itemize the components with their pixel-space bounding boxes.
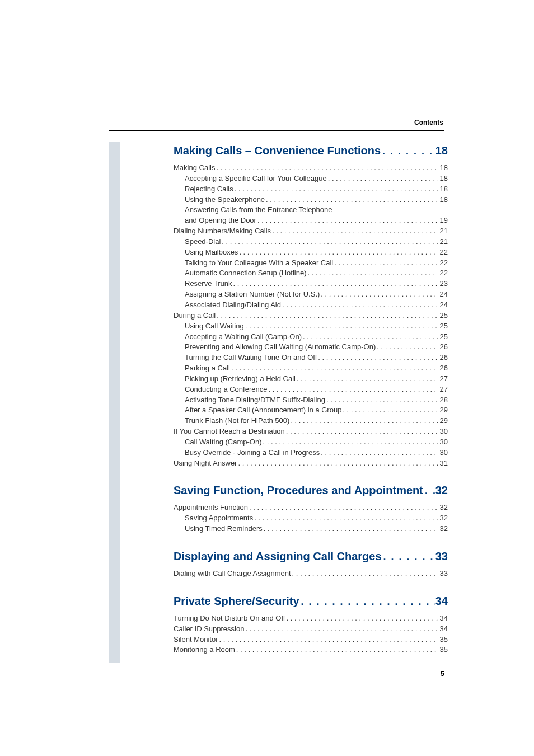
toc-entry-label: Answering Calls from the Entrance Teleph… <box>185 205 332 215</box>
leader-dots <box>244 321 438 332</box>
leader-dots <box>218 635 437 645</box>
toc-entry[interactable]: Assigning a Station Number (Not for U.S.… <box>174 289 448 300</box>
toc-entry[interactable]: Conducting a Conference27 <box>174 384 448 395</box>
leader-dots <box>302 332 437 342</box>
toc-entry-label: Silent Monitor <box>174 635 218 645</box>
section-title[interactable]: Private Sphere/Security 34 <box>174 595 448 608</box>
toc-entry[interactable]: Preventing and Allowing Call Waiting (Au… <box>174 342 448 353</box>
toc-entry-label: Rejecting Calls <box>185 184 233 195</box>
toc-entry-label: Using Mailboxes <box>185 247 238 258</box>
toc-entry-label: Associated Dialing/Dialing Aid <box>185 300 281 311</box>
toc-entry[interactable]: After a Speaker Call (Announcement) in a… <box>174 405 448 416</box>
toc-entry-label: Conducting a Conference <box>185 384 267 395</box>
toc-entry[interactable]: Talking to Your Colleague With a Speaker… <box>174 258 448 269</box>
toc-entry-label: Activating Tone Dialing/DTMF Suffix-Dial… <box>185 395 325 406</box>
leader-dots <box>237 458 437 469</box>
toc-entry-page: 32 <box>438 513 448 524</box>
toc-entry-label: Making Calls <box>174 163 215 173</box>
leader-dots <box>381 145 435 157</box>
leader-dots <box>281 300 438 311</box>
toc-entry[interactable]: Monitoring a Room35 <box>174 645 448 655</box>
toc-entry-page: 32 <box>438 503 448 513</box>
leader-dots <box>267 384 437 395</box>
toc-entry[interactable]: Saving Appointments32 <box>174 513 448 524</box>
toc-entry[interactable]: Accepting a Specific Call for Your Colle… <box>174 173 448 184</box>
leader-dots <box>307 268 438 279</box>
toc-entry[interactable]: Activating Tone Dialing/DTMF Suffix-Dial… <box>174 395 448 406</box>
section-title[interactable]: Saving Function, Procedures and Appointm… <box>174 484 448 497</box>
toc-entry[interactable]: Silent Monitor35 <box>174 635 448 645</box>
toc-entry[interactable]: Using Night Answer31 <box>174 458 448 469</box>
leader-dots <box>235 645 438 655</box>
toc-entry[interactable]: If You Cannot Reach a Destination30 <box>174 426 448 437</box>
section-entries: Making Calls18Accepting a Specific Call … <box>174 163 448 468</box>
toc-entry[interactable]: Parking a Call26 <box>174 363 448 374</box>
toc-entry-label: Caller ID Suppression <box>174 624 244 635</box>
leader-dots <box>299 596 435 608</box>
toc-entry[interactable]: Accepting a Waiting Call (Camp-On)25 <box>174 332 448 342</box>
toc-entry[interactable]: Using Timed Reminders32 <box>174 524 448 534</box>
leader-dots <box>215 163 437 173</box>
toc-entry-page: 29 <box>438 416 448 426</box>
toc-entry-label: Accepting a Waiting Call (Camp-On) <box>185 332 302 342</box>
toc-entry-label: Automatic Connection Setup (Hotline) <box>185 268 307 279</box>
leader-dots <box>233 184 438 195</box>
toc-entry[interactable]: and Opening the Door19 <box>174 215 448 226</box>
toc-entry-label: Using the Speakerphone <box>185 195 265 205</box>
leader-dots <box>244 624 437 635</box>
toc-entry[interactable]: Associated Dialing/Dialing Aid24 <box>174 300 448 311</box>
toc-entry[interactable]: Dialing with Call Charge Assignment33 <box>174 569 448 579</box>
leader-dots <box>285 613 437 624</box>
toc-entry[interactable]: Trunk Flash (Not for HiPath 500)29 <box>174 416 448 426</box>
toc-entry-page: 27 <box>438 374 448 384</box>
toc-entry[interactable]: Answering Calls from the Entrance Teleph… <box>174 205 448 215</box>
toc-entry-label: Monitoring a Room <box>174 645 235 655</box>
toc-entry[interactable]: Using Call Waiting25 <box>174 321 448 332</box>
toc-entry[interactable]: Rejecting Calls18 <box>174 184 448 195</box>
toc-entry[interactable]: Using the Speakerphone18 <box>174 195 448 205</box>
toc-entry-label: Trunk Flash (Not for HiPath 500) <box>185 416 289 426</box>
section-title[interactable]: Making Calls – Convenience Functions 18 <box>174 144 448 157</box>
toc-entry[interactable]: Turning the Call Waiting Tone On and Off… <box>174 353 448 363</box>
section-title[interactable]: Displaying and Assigning Call Charges 33 <box>174 550 448 563</box>
toc-entry-page: 32 <box>438 524 448 534</box>
toc-entry-label: Turning Do Not Disturb On and Off <box>174 613 285 624</box>
toc-entry-label: Saving Appointments <box>185 513 253 524</box>
toc-entry-page: 27 <box>438 384 448 395</box>
toc-entry-label: Reserve Trunk <box>185 279 232 289</box>
toc-entry-label: If You Cannot Reach a Destination <box>174 426 285 437</box>
toc-entry-label: Speed-Dial <box>185 237 221 247</box>
toc-entry[interactable]: Making Calls18 <box>174 163 448 173</box>
header-rule <box>109 130 444 131</box>
toc-content: Making Calls – Convenience Functions 18 … <box>174 144 448 655</box>
toc-entry[interactable]: Picking up (Retrieving) a Held Call27 <box>174 374 448 384</box>
toc-entry[interactable]: Call Waiting (Camp-On)30 <box>174 437 448 448</box>
toc-entry[interactable]: Turning Do Not Disturb On and Off34 <box>174 613 448 624</box>
leader-dots <box>265 195 437 205</box>
toc-entry[interactable]: Caller ID Suppression34 <box>174 624 448 635</box>
toc-entry[interactable]: Automatic Connection Setup (Hotline)22 <box>174 268 448 279</box>
toc-entry[interactable]: Using Mailboxes22 <box>174 247 448 258</box>
leader-dots <box>296 374 438 384</box>
toc-entry-page: 34 <box>438 624 448 635</box>
toc-entry[interactable]: Dialing Numbers/Making Calls21 <box>174 226 448 237</box>
toc-entry[interactable]: During a Call25 <box>174 311 448 321</box>
section-title-text: Making Calls – Convenience Functions <box>174 144 381 157</box>
toc-entry[interactable]: Busy Override - Joining a Call in Progre… <box>174 448 448 458</box>
section-entries: Appointments Function32Saving Appointmen… <box>174 503 448 534</box>
toc-entry-page: 24 <box>438 300 448 311</box>
leader-dots <box>271 226 437 237</box>
toc-entry-label: Using Night Answer <box>174 458 237 469</box>
leader-dots <box>327 173 438 184</box>
page-container: Contents Making Calls – Convenience Func… <box>0 0 534 756</box>
toc-entry-page: 19 <box>438 215 448 226</box>
leader-dots <box>376 342 437 353</box>
leader-dots <box>285 426 438 437</box>
toc-entry[interactable]: Reserve Trunk23 <box>174 279 448 289</box>
toc-entry-label: Accepting a Specific Call for Your Colle… <box>185 173 327 184</box>
leader-dots <box>325 395 438 406</box>
toc-entry[interactable]: Speed-Dial21 <box>174 237 448 247</box>
toc-entry[interactable]: Appointments Function32 <box>174 503 448 513</box>
leader-dots <box>291 569 438 579</box>
toc-entry-page: 33 <box>438 569 448 579</box>
